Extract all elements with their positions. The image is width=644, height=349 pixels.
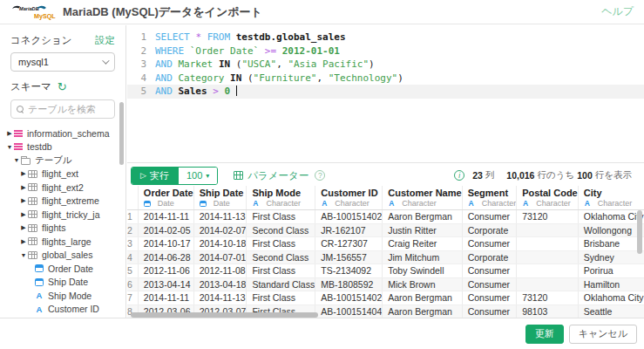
table-cell: CR-127307: [315, 237, 383, 251]
table-cell: Sydney: [578, 250, 644, 264]
row-number-cell: 6: [127, 277, 138, 291]
table-cell: 2014-10-18: [193, 237, 247, 251]
code-text: AND Category IN ("Furniture", "Technolog…: [155, 72, 403, 86]
table-cell: [517, 264, 579, 278]
table-cell: AB-100151402: [315, 210, 383, 224]
tree-item-flights[interactable]: ▶flights: [0, 222, 125, 236]
tree-item-label: flight_extreme: [42, 195, 99, 206]
table-row: 62013-04-142013-04-18Standard ClassMB-18…: [127, 277, 644, 291]
row-limit-value: 100: [186, 170, 202, 181]
cancel-button[interactable]: キャンセル: [569, 325, 637, 344]
chevron-right-icon[interactable]: ▶: [19, 170, 28, 177]
table-cell: Aaron Bergman: [383, 210, 462, 224]
tree-item-customer-id[interactable]: ACustomer ID: [0, 303, 125, 317]
table-cell: Second Class: [247, 250, 315, 264]
tree-item-label: Ship Mode: [48, 291, 92, 301]
tree-item-flight-tricky-ja[interactable]: ▶flight_tricky_ja: [0, 208, 125, 222]
mariadb-wordmark: MariaDB: [19, 6, 39, 11]
help-link[interactable]: ヘルプ: [601, 4, 634, 19]
refresh-icon[interactable]: ↻: [58, 83, 67, 92]
question-mark-icon[interactable]: ?: [315, 170, 325, 181]
parameters-label: パラメーター: [247, 169, 308, 182]
line-number: 4: [132, 72, 146, 86]
tree-item-order-date[interactable]: Order Date: [0, 262, 125, 276]
chevron-down-icon[interactable]: ▼: [12, 157, 21, 163]
chevron-down-icon[interactable]: ▼: [19, 252, 28, 258]
tree-item-label: Order Date: [48, 263, 93, 274]
chevron-right-icon[interactable]: ▶: [19, 184, 28, 191]
tree-item-testdb[interactable]: ▼testdb: [0, 140, 125, 154]
folder-icon: [21, 158, 31, 165]
mariadb-mysql-logo: MariaDB MySQL: [10, 3, 56, 22]
code-line: 4AND Category IN ("Furniture", "Technolo…: [127, 72, 644, 86]
table-cell: [517, 237, 579, 251]
chevron-right-icon[interactable]: ▶: [5, 130, 14, 137]
table-cell: 2014-02-05: [138, 223, 193, 237]
sidebar-scrollbar[interactable]: [119, 102, 124, 165]
table-cell: 2014-10-17: [138, 237, 193, 251]
table-cell: Oklahoma City: [578, 291, 644, 305]
table-row: 32014-10-172014-10-18First ClassCR-12730…: [127, 237, 644, 251]
column-type: ACharacter: [522, 199, 578, 208]
vertical-scrollbar[interactable]: [637, 210, 642, 254]
column-header-ship-date: Ship DateDate: [193, 186, 247, 210]
table-cell: AB-100151402: [315, 291, 383, 305]
tree-item-flights-large[interactable]: ▶flights_large: [0, 235, 125, 249]
character-type-icon: A: [35, 291, 44, 300]
sql-editor[interactable]: 1SELECT * FROM testdb.global_sales2WHERE…: [127, 25, 644, 162]
column-type-label: Character: [536, 199, 571, 208]
tree-item-flight-ext2[interactable]: ▶flight_ext2: [0, 181, 125, 195]
parameters-link[interactable]: パラメーター ?: [234, 169, 325, 182]
schema-label: スキーマ: [10, 80, 51, 93]
connection-settings-link[interactable]: 設定: [95, 34, 115, 47]
tree-item-global-sales[interactable]: ▼global_sales: [0, 249, 125, 263]
update-button[interactable]: 更新: [525, 325, 564, 344]
connection-select-value: mysql1: [18, 57, 49, 67]
table-cell: [517, 250, 579, 264]
tree-item-flight-extreme[interactable]: ▶flight_extreme: [0, 195, 125, 209]
table-cell: First Class: [247, 210, 315, 224]
connection-select[interactable]: mysql1: [10, 52, 115, 72]
row-limit-dropdown[interactable]: 100 ▾: [178, 168, 217, 184]
tree-item-label: flights_large: [42, 236, 92, 247]
column-type-label: Character: [482, 199, 517, 208]
run-button[interactable]: ▷ 実行: [132, 168, 178, 184]
tree-item--[interactable]: ▼テーブル: [0, 154, 125, 168]
column-type: ACharacter: [321, 199, 382, 208]
chevron-right-icon[interactable]: ▶: [19, 238, 28, 245]
table-icon: [28, 183, 37, 191]
table-cell: 2013-04-14: [138, 277, 193, 291]
code-text: WHERE `Order Date` >= 2012-01-01: [155, 44, 340, 58]
sidebar: コネクション 設定 mysql1 スキーマ ↻ ▶information_sch…: [0, 25, 126, 318]
column-count-label: 列: [485, 169, 495, 181]
character-type-icon: A: [584, 199, 591, 208]
column-name: Customer ID: [321, 188, 382, 199]
table-search-input[interactable]: [28, 104, 109, 114]
table-cell: [517, 223, 579, 237]
table-cell: 2013-04-18: [193, 277, 247, 291]
tree-item-information-schema[interactable]: ▶information_schema: [0, 127, 125, 140]
table-cell: Aaron Bergman: [383, 291, 462, 305]
code-line: 5AND Sales > 0: [127, 85, 644, 99]
column-type-label: Character: [402, 199, 437, 208]
table-row: 12014-11-112014-11-13First ClassAB-10015…: [127, 210, 644, 224]
column-type: ACharacter: [468, 199, 517, 208]
table-cell: TS-2134092: [315, 264, 383, 278]
tree-item-flight-ext[interactable]: ▶flight_ext: [0, 168, 125, 181]
table-cell: Craig Reiter: [383, 237, 462, 251]
column-type: Date: [144, 199, 193, 208]
table-row: 52012-11-062012-11-08First ClassTS-21340…: [127, 264, 644, 278]
table-cell: Consumer: [462, 291, 517, 305]
tree-item-ship-mode[interactable]: AShip Mode: [0, 289, 125, 303]
chevron-right-icon[interactable]: ▶: [19, 211, 28, 218]
chevron-right-icon[interactable]: ▶: [19, 197, 28, 204]
result-summary: i 23 列 10,016 行のうち100 行を表示: [454, 169, 639, 181]
play-icon: ▷: [140, 172, 146, 180]
chevron-right-icon[interactable]: ▶: [19, 224, 28, 231]
table-cell: 98103: [517, 305, 579, 318]
search-icon: [17, 106, 24, 113]
tree-item-ship-date[interactable]: Ship Date: [0, 276, 125, 290]
chevron-down-icon[interactable]: ▼: [5, 144, 14, 150]
column-count: 23: [472, 170, 483, 181]
caret-down-icon: ▾: [206, 172, 209, 180]
